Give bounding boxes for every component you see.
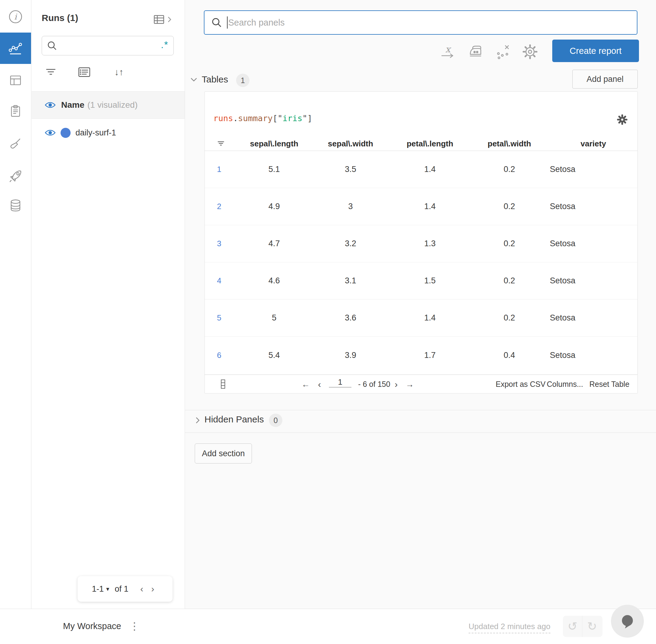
open-runs-table-button[interactable]	[154, 14, 176, 26]
create-report-button[interactable]: Create report	[552, 40, 639, 62]
cell-petal-length: 1.4	[390, 202, 469, 211]
regex-toggle-icon[interactable]: .*	[159, 39, 173, 52]
line-chart-icon	[7, 41, 23, 56]
hidden-panels-label: Hidden Panels	[205, 414, 264, 424]
sweep-broom-icon[interactable]	[0, 132, 31, 155]
cell-petal-width: 0.2	[469, 165, 549, 174]
page-range-dropdown[interactable]: 1-1	[92, 584, 104, 594]
col-header-petal-width[interactable]: petal\.width	[469, 139, 549, 148]
run-color-dot	[61, 128, 71, 138]
eye-visible-icon[interactable]	[45, 101, 56, 109]
table-header-row: sepal\.length sepal\.width petal\.length…	[205, 137, 637, 151]
prev-page-button[interactable]: ‹	[140, 584, 143, 594]
runs-panel-title: Runs (1)	[42, 13, 78, 23]
cell-sepal-width: 3.2	[311, 239, 390, 248]
next-page-button[interactable]: ›	[395, 379, 398, 390]
cell-sepal-width: 3.6	[311, 313, 390, 323]
cell-petal-width: 0.2	[469, 276, 549, 285]
last-page-button[interactable]: →	[405, 380, 414, 389]
info-icon[interactable]: i	[0, 5, 31, 28]
eye-visible-icon[interactable]	[45, 129, 56, 137]
cell-petal-width: 0.2	[469, 313, 549, 323]
panels-search-box	[204, 10, 637, 35]
first-page-button[interactable]: ←	[302, 380, 310, 389]
database-icon[interactable]	[0, 194, 31, 217]
columns-button[interactable]: Columns...	[547, 380, 583, 389]
section-divider	[185, 433, 656, 433]
left-icon-rail: i	[0, 0, 31, 609]
workspace-settings-gear-icon[interactable]	[520, 42, 540, 62]
cell-variety: Setosa	[549, 202, 637, 211]
panel-settings-gear-icon[interactable]	[616, 114, 628, 126]
cell-sepal-width: 3.1	[311, 276, 390, 285]
row-index-link[interactable]: 3	[205, 239, 238, 248]
add-section-button[interactable]: Add section	[195, 443, 252, 463]
redo-button[interactable]: ↻	[582, 616, 602, 637]
runs-search-input[interactable]	[61, 41, 159, 50]
iris-data-table: sepal\.length sepal\.width petal\.length…	[205, 137, 637, 374]
row-index-link[interactable]: 5	[205, 313, 238, 323]
cell-petal-width: 0.4	[469, 351, 549, 360]
table-footer: ← ‹ - 6 of 150 › → Export as CSV Columns…	[205, 374, 637, 393]
wandb-workspace: i	[0, 0, 656, 644]
cell-sepal-length: 5	[238, 313, 311, 323]
export-csv-button[interactable]: Export as CSV	[496, 380, 545, 389]
row-index-link[interactable]: 4	[205, 276, 238, 285]
chevron-right-icon[interactable]	[195, 417, 200, 424]
panels-search-input[interactable]	[228, 18, 637, 28]
cell-sepal-width: 3.9	[311, 351, 390, 360]
add-panel-button[interactable]: Add panel	[572, 70, 638, 89]
expr-key: iris	[283, 114, 302, 123]
updated-status-link[interactable]: Updated 2 minutes ago	[469, 622, 550, 634]
column-filter-icon[interactable]	[205, 140, 238, 147]
col-header-sepal-width[interactable]: sepal\.width	[311, 139, 390, 148]
reset-table-button[interactable]: Reset Table	[589, 380, 630, 389]
panel-expression: runs.summary["iris"]	[213, 114, 312, 123]
cell-petal-width: 0.2	[469, 202, 549, 211]
panels-layout-icon[interactable]	[0, 69, 31, 92]
cell-sepal-length: 5.4	[238, 351, 311, 360]
tables-count-badge: 1	[236, 74, 250, 87]
chevron-down-icon[interactable]	[190, 77, 197, 82]
tab-workspace-active[interactable]	[0, 32, 31, 64]
row-index-link[interactable]: 1	[205, 165, 238, 174]
page-number-input[interactable]	[329, 377, 351, 388]
run-row-daily-surf-1[interactable]: daily-surf-1	[32, 119, 185, 146]
filter-icon[interactable]	[44, 65, 58, 79]
search-icon	[47, 41, 57, 51]
table-row: 5 5 3.6 1.4 0.2 Setosa	[205, 299, 637, 337]
prev-page-button[interactable]: ‹	[318, 379, 321, 390]
clipboard-icon[interactable]	[0, 100, 31, 122]
kebab-menu-icon[interactable]: ⋮	[129, 620, 140, 632]
cell-petal-length: 1.4	[390, 313, 469, 323]
row-index-link[interactable]: 6	[205, 351, 238, 360]
chevron-right-icon	[167, 15, 171, 24]
cell-sepal-width: 3.5	[311, 165, 390, 174]
cell-petal-length: 1.4	[390, 165, 469, 174]
hidden-panels-count-badge: 0	[269, 414, 282, 427]
hidden-panels-section-header: Hidden Panels 0	[185, 410, 656, 433]
chevron-down-icon[interactable]: ▾	[106, 585, 109, 593]
text-cursor	[227, 17, 228, 29]
chat-bubble-icon	[619, 613, 636, 630]
cell-variety: Setosa	[549, 313, 637, 323]
next-page-button[interactable]: ›	[151, 584, 154, 594]
smoothing-iron-icon[interactable]	[466, 42, 486, 62]
chat-support-button[interactable]	[611, 605, 644, 638]
col-header-variety[interactable]: variety	[549, 139, 637, 148]
col-header-sepal-length[interactable]: sepal\.length	[238, 139, 311, 148]
group-list-icon[interactable]	[77, 65, 91, 79]
cell-sepal-length: 4.7	[238, 239, 311, 248]
column-name-label: Name	[61, 100, 84, 110]
sort-icon[interactable]: ↓↑	[112, 65, 126, 79]
cell-sepal-width: 3	[311, 202, 390, 211]
table-row: 4 4.6 3.1 1.5 0.2 Setosa	[205, 262, 637, 299]
row-height-icon[interactable]	[220, 379, 226, 389]
x-axis-settings-icon[interactable]: x	[438, 42, 458, 62]
undo-button[interactable]: ↺	[563, 616, 582, 637]
outliers-scatter-icon[interactable]	[493, 42, 513, 62]
col-header-petal-length[interactable]: petal\.length	[390, 139, 469, 148]
runs-sidebar: Runs (1) .* ↓↑ Name (1 vi	[32, 0, 185, 609]
row-index-link[interactable]: 2	[205, 202, 238, 211]
rocket-launch-icon[interactable]	[0, 164, 31, 187]
